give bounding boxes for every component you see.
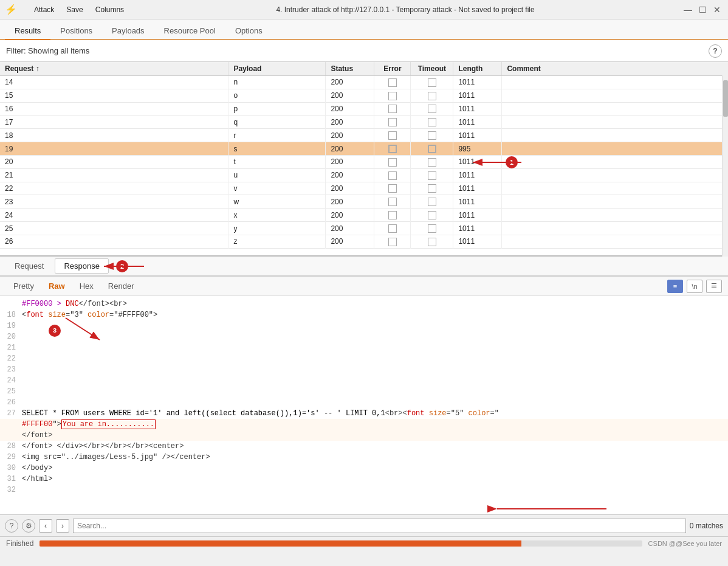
- cell-timeout[interactable]: [411, 89, 453, 102]
- cell-payload: t: [228, 155, 326, 168]
- menu-save[interactable]: Save: [61, 4, 88, 15]
- sub-tab-raw[interactable]: Raw: [41, 279, 72, 293]
- table-row[interactable]: 15o2001011: [0, 89, 728, 102]
- minimize-button[interactable]: —: [682, 4, 694, 16]
- tab-resource-pool[interactable]: Resource Pool: [154, 22, 225, 40]
- table-row[interactable]: 23w2001011: [0, 195, 728, 209]
- search-forward-button[interactable]: ›: [56, 519, 69, 533]
- lines-button[interactable]: ≡: [667, 280, 683, 293]
- cell-length: 1011: [453, 168, 502, 182]
- cell-timeout[interactable]: [411, 182, 453, 195]
- cell-timeout[interactable]: [411, 209, 453, 222]
- table-row[interactable]: 19s200995: [0, 142, 728, 156]
- cell-status: 200: [326, 235, 374, 248]
- table-row[interactable]: 20t2001011: [0, 155, 728, 168]
- cell-error[interactable]: [374, 129, 411, 142]
- col-error[interactable]: Error: [374, 62, 411, 76]
- col-status[interactable]: Status: [326, 62, 374, 76]
- filter-help-button[interactable]: ?: [709, 44, 722, 58]
- cell-timeout[interactable]: [411, 76, 453, 89]
- cell-request-num: 24: [0, 209, 228, 222]
- cell-error[interactable]: [374, 89, 411, 102]
- cell-timeout[interactable]: [411, 102, 453, 116]
- cell-timeout[interactable]: [411, 195, 453, 209]
- search-input[interactable]: [73, 519, 686, 533]
- cell-error[interactable]: [374, 182, 411, 195]
- sub-tab-render[interactable]: Render: [101, 279, 142, 293]
- tab-positions[interactable]: Positions: [50, 22, 102, 40]
- sub-tab-actions: ≡ \n ☰: [667, 280, 722, 293]
- search-help-button[interactable]: ?: [5, 519, 18, 533]
- tab-results[interactable]: Results: [5, 22, 50, 40]
- table-header-row: Request ↑ Payload Status Error Timeout L…: [0, 62, 728, 76]
- cell-timeout[interactable]: [411, 155, 453, 168]
- cell-payload: w: [228, 195, 326, 209]
- tab-response[interactable]: Response: [55, 258, 109, 274]
- table-row[interactable]: 17q2001011: [0, 116, 728, 129]
- cell-timeout[interactable]: [411, 168, 453, 182]
- tab-request[interactable]: Request: [6, 259, 52, 273]
- cell-payload: q: [228, 116, 326, 129]
- menu-columns[interactable]: Columns: [91, 4, 129, 15]
- cell-error[interactable]: [374, 155, 411, 168]
- col-payload[interactable]: Payload: [228, 62, 326, 76]
- search-bar: ? ⚙ ‹ › 0 matches: [0, 514, 728, 536]
- cell-error[interactable]: [374, 195, 411, 209]
- cell-length: 1011: [453, 129, 502, 142]
- cell-comment: [502, 195, 728, 209]
- cell-timeout[interactable]: [411, 142, 453, 156]
- cell-timeout[interactable]: [411, 129, 453, 142]
- tab-options[interactable]: Options: [225, 22, 272, 40]
- cell-error[interactable]: [374, 116, 411, 129]
- cell-comment: [502, 76, 728, 89]
- tab-payloads[interactable]: Payloads: [102, 22, 154, 40]
- cell-request-num: 21: [0, 168, 228, 182]
- cell-comment: [502, 168, 728, 182]
- table-row[interactable]: 24x2001011: [0, 209, 728, 222]
- cell-error[interactable]: [374, 222, 411, 235]
- sub-tab-hex[interactable]: Hex: [72, 279, 101, 293]
- col-comment[interactable]: Comment: [502, 62, 728, 76]
- cell-timeout[interactable]: [411, 116, 453, 129]
- cell-error[interactable]: [374, 235, 411, 248]
- response-code-area[interactable]: #FF0000 > DNC</font><br> 18 <font size="…: [0, 296, 728, 514]
- search-back-button[interactable]: ‹: [39, 519, 52, 533]
- arrow-2: [128, 260, 165, 272]
- cell-error[interactable]: [374, 142, 411, 156]
- search-settings-button[interactable]: ⚙: [22, 519, 35, 533]
- sub-tab-pretty[interactable]: Pretty: [6, 279, 41, 293]
- cell-request-num: 14: [0, 76, 228, 89]
- table-scrollbar[interactable]: [722, 62, 728, 257]
- close-button[interactable]: ✕: [711, 4, 723, 16]
- col-length[interactable]: Length: [453, 62, 502, 76]
- table-row[interactable]: 14n2001011: [0, 76, 728, 89]
- cell-request-num: 19: [0, 142, 228, 156]
- cell-error[interactable]: [374, 102, 411, 116]
- maximize-button[interactable]: ☐: [696, 4, 709, 16]
- col-request[interactable]: Request ↑: [0, 62, 228, 76]
- col-timeout[interactable]: Timeout: [411, 62, 453, 76]
- cell-error[interactable]: [374, 76, 411, 89]
- filter-text[interactable]: Filter: Showing all items: [6, 46, 709, 55]
- table-row[interactable]: 16p2001011: [0, 102, 728, 116]
- table-row[interactable]: 18r2001011: [0, 129, 728, 142]
- cell-error[interactable]: [374, 209, 411, 222]
- table-row[interactable]: 25y2001011: [0, 222, 728, 235]
- table-row[interactable]: 22v2001011: [0, 182, 728, 195]
- cell-comment: [502, 209, 728, 222]
- code-line-26: 26: [0, 397, 728, 408]
- wrap-button[interactable]: ☰: [706, 280, 722, 293]
- table-row[interactable]: 21u2001011: [0, 168, 728, 182]
- menu-attack[interactable]: Attack: [29, 4, 59, 15]
- cell-error[interactable]: [374, 168, 411, 182]
- cell-payload: u: [228, 168, 326, 182]
- newline-button[interactable]: \n: [687, 280, 702, 293]
- app-icon: ⚡: [5, 4, 17, 15]
- cell-timeout[interactable]: [411, 235, 453, 248]
- cell-status: 200: [326, 195, 374, 209]
- cell-request-num: 16: [0, 102, 228, 116]
- table-row[interactable]: 26z2001011: [0, 235, 728, 248]
- cell-timeout[interactable]: [411, 222, 453, 235]
- results-table-container[interactable]: Request ↑ Payload Status Error Timeout L…: [0, 62, 728, 257]
- progress-fill: [39, 540, 521, 547]
